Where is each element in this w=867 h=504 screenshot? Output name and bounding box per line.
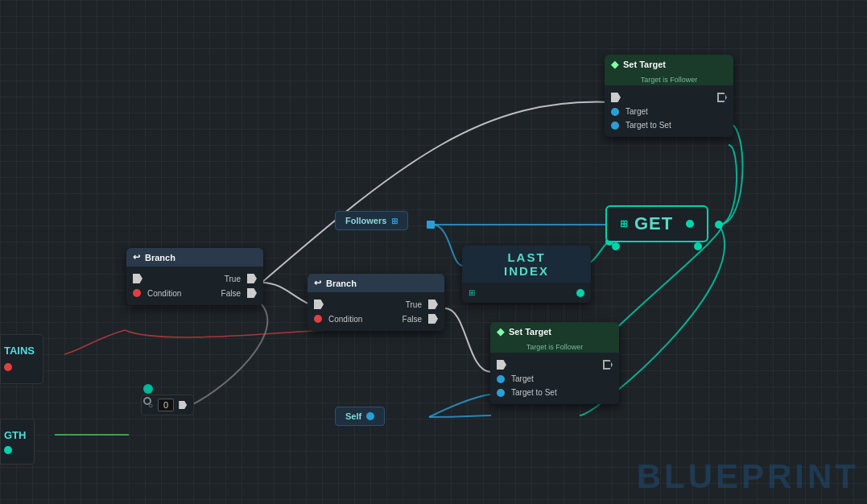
set-target-bottom-title: Set Target bbox=[509, 327, 551, 337]
last-index-header: LASTINDEX bbox=[462, 246, 591, 283]
gth-label: GTH bbox=[4, 429, 26, 441]
set-target-top-target-to-set-row: Target to Set bbox=[605, 118, 733, 132]
gth-partial-node[interactable]: GTH bbox=[0, 419, 35, 465]
branch-left-condition-row: Condition False bbox=[126, 286, 263, 300]
branch-left-exec-row: True bbox=[126, 271, 263, 286]
target-in-pin[interactable] bbox=[611, 108, 619, 116]
branch-right-true-out[interactable] bbox=[428, 300, 438, 309]
contains-partial-node[interactable]: TAINS bbox=[0, 334, 43, 384]
set-target-node-bottom[interactable]: ◆ Set Target Target is Follower Target T… bbox=[490, 322, 619, 404]
branch-left-true-out[interactable] bbox=[247, 274, 257, 283]
set-target-bottom-target-to-set-pin[interactable] bbox=[497, 389, 505, 397]
int-value: 0 bbox=[158, 399, 174, 411]
get-label: GET bbox=[634, 213, 673, 234]
branch-right-condition-label: Condition bbox=[328, 315, 362, 324]
exec-out-pin[interactable] bbox=[717, 93, 727, 102]
diamond-icon: ◆ bbox=[611, 59, 618, 70]
self-label: Self bbox=[345, 411, 361, 421]
get-right-pin[interactable] bbox=[686, 220, 694, 228]
branch-left-exec-in[interactable] bbox=[133, 274, 142, 283]
branch-left-icon: ↩ bbox=[133, 252, 140, 262]
false-label: False bbox=[221, 289, 241, 298]
contains-red-pin[interactable] bbox=[4, 363, 12, 371]
last-index-grid-icon: ⊞ bbox=[469, 288, 475, 297]
get-node[interactable]: ⊞ GET bbox=[605, 205, 708, 252]
teal-dot-1 bbox=[143, 384, 153, 394]
contains-label: TAINS bbox=[4, 345, 35, 357]
svg-point-2 bbox=[715, 221, 723, 229]
set-target-top-exec-row bbox=[605, 90, 733, 105]
set-target-top-title: Set Target bbox=[623, 60, 666, 69]
blueprint-watermark: BLUEPRINT bbox=[637, 457, 859, 496]
set-target-node-top[interactable]: ◆ Set Target Target is Follower Target T… bbox=[605, 55, 733, 137]
last-index-out-pin[interactable] bbox=[576, 289, 584, 297]
branch-right-exec-row: True bbox=[308, 297, 444, 312]
get-grid-icon: ⊞ bbox=[620, 218, 628, 229]
branch-left-false-out[interactable] bbox=[247, 288, 257, 298]
exec-in-pin[interactable] bbox=[611, 93, 621, 102]
diamond-icon-bottom: ◆ bbox=[497, 326, 504, 337]
branch-left-condition-label: Condition bbox=[147, 289, 181, 298]
branch-right-exec-in[interactable] bbox=[314, 300, 324, 309]
set-target-bottom-target-label: Target bbox=[511, 374, 534, 383]
branch-left-header: ↩ Branch bbox=[126, 248, 263, 266]
branch-right-false-out[interactable] bbox=[428, 314, 438, 324]
last-index-node[interactable]: LASTINDEX ⊞ bbox=[462, 246, 591, 303]
set-target-bottom-target-to-set-row: Target to Set bbox=[490, 386, 619, 399]
target-to-set-in-pin[interactable] bbox=[611, 122, 619, 130]
branch-right-title: Branch bbox=[326, 279, 357, 288]
set-target-bottom-header: ◆ Set Target bbox=[490, 322, 619, 341]
svg-rect-3 bbox=[427, 221, 435, 229]
true-label: True bbox=[225, 275, 241, 283]
self-out-pin[interactable] bbox=[366, 412, 374, 420]
set-target-bottom-exec-in[interactable] bbox=[497, 360, 506, 370]
branch-right-node[interactable]: ↩ Branch True Condition False bbox=[308, 274, 444, 331]
target-label: Target bbox=[625, 107, 648, 116]
branch-right-condition-pin[interactable] bbox=[314, 315, 322, 323]
set-target-bottom-exec-row bbox=[490, 357, 619, 372]
branch-left-condition-pin[interactable] bbox=[133, 289, 141, 297]
circle-pin-1[interactable] bbox=[143, 397, 151, 405]
branch-right-false-label: False bbox=[403, 315, 422, 324]
set-target-top-header: ◆ Set Target bbox=[605, 55, 733, 74]
branch-right-header: ↩ Branch bbox=[308, 274, 444, 292]
set-target-top-subtitle: Target is Follower bbox=[605, 74, 733, 85]
set-target-bottom-subtitle: Target is Follower bbox=[490, 341, 619, 353]
get-index-pin[interactable] bbox=[694, 242, 702, 250]
set-target-bottom-target-to-set-label: Target to Set bbox=[511, 388, 557, 397]
target-to-set-label: Target to Set bbox=[625, 121, 671, 130]
last-index-label: LASTINDEX bbox=[470, 250, 583, 278]
branch-left-title: Branch bbox=[145, 253, 175, 262]
followers-label: Followers bbox=[345, 216, 386, 225]
set-target-bottom-target-pin[interactable] bbox=[497, 375, 505, 383]
branch-right-condition-row: Condition False bbox=[308, 312, 444, 326]
set-target-bottom-exec-out[interactable] bbox=[603, 360, 613, 370]
gth-out-pin[interactable] bbox=[4, 446, 12, 454]
followers-array-pin[interactable]: ⊞ bbox=[391, 217, 398, 225]
get-left-array-pin[interactable] bbox=[612, 242, 620, 250]
branch-left-node[interactable]: ↩ Branch True Condition False bbox=[126, 248, 263, 305]
self-node[interactable]: Self bbox=[335, 407, 385, 426]
int-out-exec[interactable] bbox=[179, 401, 187, 409]
set-target-bottom-target-row: Target bbox=[490, 372, 619, 386]
branch-right-icon: ↩ bbox=[314, 278, 321, 288]
followers-node[interactable]: Followers ⊞ bbox=[335, 211, 408, 230]
branch-right-true-label: True bbox=[406, 300, 422, 309]
set-target-top-target-row: Target bbox=[605, 105, 733, 118]
